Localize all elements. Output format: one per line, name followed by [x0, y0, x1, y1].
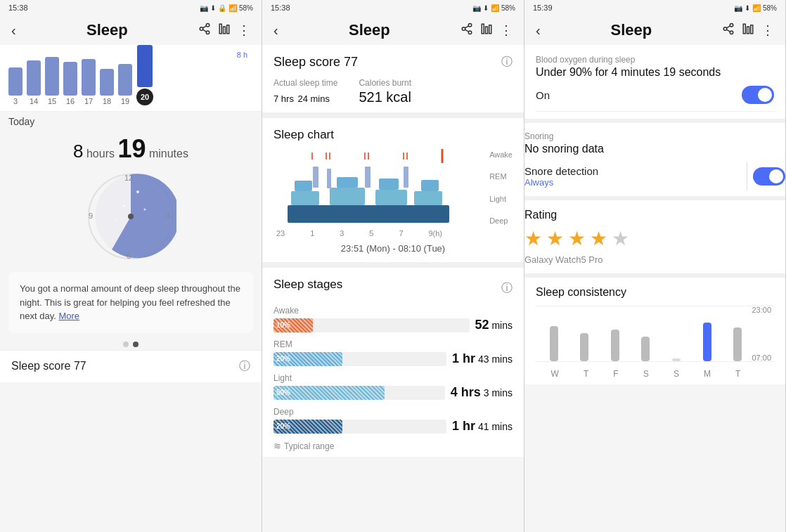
- time-1: 15:38: [8, 4, 28, 12]
- share-icon-2[interactable]: [460, 22, 473, 39]
- back-button-2[interactable]: ‹: [273, 22, 278, 39]
- label-awake: Awake: [489, 150, 513, 159]
- svg-rect-41: [379, 179, 399, 190]
- chart-x-labels: 23 1 3 5 7 9(h): [273, 229, 442, 238]
- bar-15: [45, 57, 59, 96]
- toggle-on-row: On: [536, 79, 774, 112]
- status-bar-3: 15:39 📷 ⬇ 📶 58%: [524, 0, 785, 15]
- svg-rect-5: [219, 24, 221, 34]
- bar-item-14: 14: [27, 60, 41, 105]
- day-W: W: [551, 369, 559, 379]
- bar-3: [8, 67, 22, 96]
- time-range: 23:51 (Mon) - 08:10 (Tue): [273, 243, 513, 254]
- svg-point-17: [128, 214, 134, 219]
- spo2-toggle[interactable]: [742, 86, 774, 104]
- app-header-2: ‹ Sleep ⋮: [262, 15, 524, 45]
- bar-14: [27, 60, 41, 96]
- bar-item-20-today[interactable]: 20: [136, 45, 153, 105]
- score-row: Sleep score 77 ⓘ: [273, 55, 513, 70]
- sleep-chart-section: Sleep chart: [262, 118, 524, 268]
- score-section: Sleep score 77 ⓘ Actual sleep time 7 hrs…: [262, 45, 524, 118]
- chart-icon-1[interactable]: [218, 22, 231, 39]
- sleep-score-label: Sleep score 77: [11, 360, 86, 372]
- spo2-label: Blood oxygen during sleep: [536, 55, 774, 65]
- stage-light-bar-row: 50% 4 hrs 3 mins: [273, 385, 513, 400]
- typical-range: ≋ Typical range: [273, 441, 513, 451]
- back-button-3[interactable]: ‹: [536, 22, 541, 39]
- more-link[interactable]: More: [58, 311, 79, 321]
- stage-light-name: Light: [273, 373, 513, 383]
- sleep-score-bar[interactable]: Sleep score 77 ⓘ: [0, 350, 262, 382]
- spo2-value: Under 90% for 4 minutes 19 seconds: [536, 66, 774, 79]
- day-S2: S: [674, 369, 679, 379]
- share-icon-1[interactable]: [198, 22, 211, 39]
- share-icon-3[interactable]: [722, 22, 735, 39]
- sleep-clock: 12 3 6 9: [0, 167, 262, 266]
- divider: [747, 162, 747, 190]
- svg-rect-44: [327, 169, 331, 188]
- consistency-bars: [536, 306, 774, 362]
- carousel-dots: [0, 339, 262, 350]
- app-title-2: Sleep: [349, 21, 390, 39]
- more-icon-1[interactable]: ⋮: [238, 22, 250, 38]
- back-button-1[interactable]: ‹: [11, 22, 16, 39]
- sleep-message: You got a normal amount of deep sleep th…: [8, 272, 253, 333]
- chart-icon-3[interactable]: [742, 22, 754, 39]
- c-bar-S2: [672, 358, 681, 361]
- snore-toggle[interactable]: [753, 167, 785, 186]
- snore-detect-row: Snore detection Always: [524, 155, 785, 190]
- c-bar-S1-fill: [641, 337, 650, 361]
- time-high: 23:00: [752, 306, 771, 314]
- svg-rect-37: [375, 190, 407, 205]
- status-bar-2: 15:38 📷 ⬇ 📶 58%: [262, 0, 524, 15]
- svg-point-9: [136, 190, 139, 193]
- info-icon-score[interactable]: ⓘ: [239, 359, 250, 374]
- bar-item-3: 3: [8, 67, 22, 105]
- svg-rect-23: [482, 24, 484, 34]
- message-text: You got a normal amount of deep sleep th…: [20, 283, 240, 321]
- svg-point-49: [730, 31, 733, 34]
- svg-line-4: [202, 25, 206, 27]
- status-icons-1: 📷 ⬇ 🔒 📶 58%: [200, 4, 253, 12]
- photo-icon: 📷: [200, 4, 208, 12]
- x-label-23: 23: [276, 229, 285, 238]
- star-1[interactable]: ★: [524, 227, 542, 250]
- stage-rem: REM 20% 1 hr 43 mins: [273, 339, 513, 366]
- info-icon-2[interactable]: ⓘ: [501, 55, 513, 70]
- day-labels: W T F S S M T: [536, 366, 774, 379]
- stage-awake-fill: 10%: [273, 318, 313, 332]
- svg-point-12: [116, 219, 117, 221]
- svg-rect-42: [421, 180, 439, 191]
- app-header-1: ‹ Sleep ⋮: [0, 15, 262, 45]
- svg-rect-6: [224, 27, 226, 34]
- star-3[interactable]: ★: [568, 227, 586, 250]
- more-icon-2[interactable]: ⋮: [500, 22, 513, 38]
- day-T2: T: [735, 369, 740, 379]
- stage-light-time: 4 hrs 3 mins: [451, 385, 513, 400]
- snore-label: Snoring: [524, 131, 785, 141]
- star-4[interactable]: ★: [590, 227, 607, 250]
- stars-row[interactable]: ★ ★ ★ ★ ★: [524, 227, 785, 250]
- info-icon-stages[interactable]: ⓘ: [501, 281, 513, 296]
- lock-icon: 🔒: [218, 4, 226, 12]
- consistency-chart-area: 23:00 07:00: [536, 306, 774, 362]
- device-label: Galaxy Watch5 Pro: [524, 250, 785, 266]
- sleep-chart-visual: Awake REM Light Deep: [273, 149, 513, 226]
- actual-sleep-val: 7 hrs 24 mins: [273, 89, 337, 105]
- battery-2: 58%: [501, 4, 515, 12]
- x-label-9: 9(h): [428, 229, 442, 238]
- c-bar-F-fill: [611, 330, 619, 361]
- calories-metric: Calories burnt 521 kcal: [359, 78, 411, 105]
- spo2-section: Blood oxygen during sleep Under 90% for …: [524, 45, 785, 123]
- more-icon-3[interactable]: ⋮: [761, 22, 774, 38]
- consistency-title: Sleep consistency: [536, 286, 774, 299]
- stage-rem-time: 1 hr 43 mins: [452, 351, 513, 366]
- star-2[interactable]: ★: [546, 227, 564, 250]
- c-bar-T2: [733, 327, 742, 361]
- sleep-hours-number: 8: [73, 141, 83, 162]
- chart-icon-2[interactable]: [480, 22, 493, 39]
- bar-item-18: 18: [100, 69, 114, 105]
- star-5[interactable]: ★: [612, 227, 629, 250]
- clock-svg: 12 3 6 9: [85, 171, 176, 262]
- score-title: Sleep score 77: [273, 55, 358, 70]
